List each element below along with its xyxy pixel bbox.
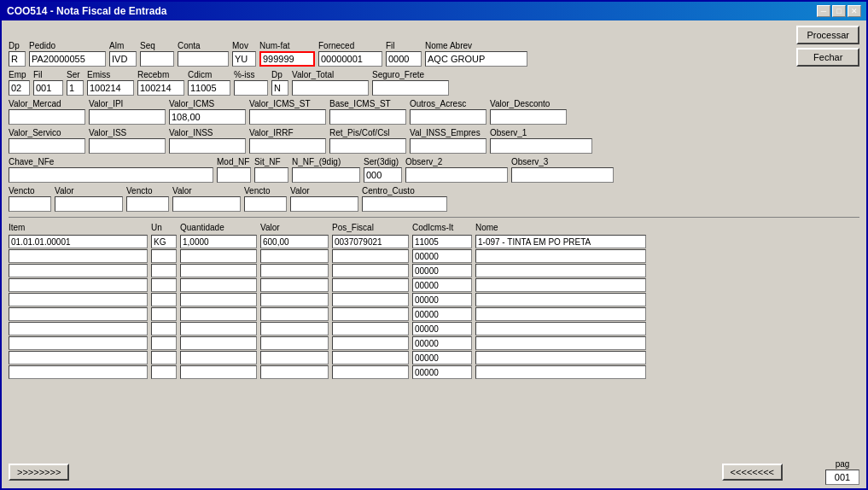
quantidade-cell[interactable]: [180, 351, 257, 365]
fil2-input[interactable]: [33, 80, 63, 96]
valor-cell[interactable]: [260, 322, 329, 335]
n-nf-input[interactable]: [292, 167, 360, 183]
emp-input[interactable]: [9, 80, 30, 96]
ser-input[interactable]: [67, 80, 84, 96]
valor-desconto-input[interactable]: [490, 109, 567, 125]
maximize-button[interactable]: □: [832, 5, 846, 17]
codicms-cell[interactable]: [412, 322, 472, 335]
valor-cell[interactable]: [260, 249, 329, 263]
recebm-input[interactable]: [137, 80, 184, 96]
nome-cell[interactable]: [475, 249, 646, 263]
item-cell[interactable]: [9, 293, 148, 306]
alm-input[interactable]: [109, 51, 137, 67]
codicms-cell[interactable]: [412, 351, 472, 365]
codicms-cell[interactable]: [412, 307, 472, 321]
observ1-input[interactable]: [490, 138, 592, 154]
valor-cell[interactable]: [260, 365, 329, 379]
valor-icms-st-input[interactable]: [249, 109, 326, 125]
nome-cell[interactable]: [475, 278, 646, 292]
item-cell[interactable]: [9, 307, 148, 321]
valor3-input[interactable]: [290, 196, 358, 212]
nav-next-button[interactable]: <<<<<<<<: [722, 464, 783, 481]
valor-mercad-input[interactable]: [9, 109, 85, 125]
item-cell[interactable]: [9, 264, 148, 277]
un-cell[interactable]: [151, 278, 177, 292]
un-cell[interactable]: [151, 264, 177, 277]
nome-cell[interactable]: [475, 264, 646, 277]
pos-fiscal-cell[interactable]: [332, 249, 409, 263]
pos-fiscal-cell[interactable]: [332, 264, 409, 277]
un-cell[interactable]: [151, 322, 177, 335]
nome-cell[interactable]: [475, 322, 646, 335]
un-cell[interactable]: [151, 293, 177, 306]
ret-pis-input[interactable]: [329, 138, 406, 154]
fil-top-input[interactable]: [386, 51, 422, 67]
valor-total-input[interactable]: [292, 80, 369, 96]
quantidade-cell[interactable]: [180, 293, 257, 306]
valor1-input[interactable]: [55, 196, 123, 212]
numfat-input[interactable]: [259, 51, 315, 67]
valor-cell[interactable]: [260, 293, 329, 306]
observ2-input[interactable]: [405, 167, 508, 183]
val-inss-empres-input[interactable]: [410, 138, 486, 154]
valor-servico-input[interactable]: [9, 138, 85, 154]
base-icms-st-input[interactable]: [329, 109, 406, 125]
processar-button[interactable]: Processar: [796, 26, 859, 44]
un-cell[interactable]: [151, 307, 177, 321]
dp-input[interactable]: [9, 51, 26, 67]
pos-fiscal-cell[interactable]: [332, 322, 409, 335]
valor-cell[interactable]: [260, 351, 329, 365]
pos-fiscal-cell[interactable]: [332, 293, 409, 306]
nome-abrev-input[interactable]: [425, 51, 527, 67]
codicms-cell[interactable]: [412, 365, 472, 379]
nome-cell[interactable]: [475, 351, 646, 365]
sit-nf-input[interactable]: [254, 167, 288, 183]
pos-fiscal-cell[interactable]: [332, 307, 409, 321]
valor-cell[interactable]: [260, 278, 329, 292]
outros-acresc-input[interactable]: [410, 109, 486, 125]
quantidade-cell[interactable]: [180, 322, 257, 335]
un-cell[interactable]: [151, 235, 177, 248]
pos-fiscal-cell[interactable]: [332, 351, 409, 365]
fechar-button[interactable]: Fechar: [796, 48, 859, 67]
valor-icms-input[interactable]: [169, 109, 246, 125]
vencto2-input[interactable]: [126, 196, 169, 212]
item-cell[interactable]: [9, 365, 148, 379]
quantidade-cell[interactable]: [180, 365, 257, 379]
pct-iss-input[interactable]: [234, 80, 268, 96]
nome-cell[interactable]: [475, 293, 646, 306]
pos-fiscal-cell[interactable]: [332, 278, 409, 292]
nome-cell[interactable]: [475, 307, 646, 321]
pos-fiscal-cell[interactable]: [332, 336, 409, 350]
pos-fiscal-cell[interactable]: [332, 235, 409, 248]
seq-input[interactable]: [140, 51, 174, 67]
conta-input[interactable]: [178, 51, 229, 67]
un-cell[interactable]: [151, 336, 177, 350]
seguro-frete-input[interactable]: [372, 80, 449, 96]
quantidade-cell[interactable]: [180, 264, 257, 277]
item-cell[interactable]: [9, 249, 148, 263]
item-cell[interactable]: [9, 322, 148, 335]
centro-custo-input[interactable]: [362, 196, 447, 212]
dp2-input[interactable]: [271, 80, 288, 96]
nav-prev-button[interactable]: >>>>>>>>: [9, 464, 69, 481]
pos-fiscal-cell[interactable]: [332, 365, 409, 379]
item-cell[interactable]: [9, 278, 148, 292]
quantidade-cell[interactable]: [180, 249, 257, 263]
un-cell[interactable]: [151, 249, 177, 263]
valor-iss-input[interactable]: [89, 138, 166, 154]
valor2-input[interactable]: [172, 196, 241, 212]
codicms-cell[interactable]: [412, 336, 472, 350]
valor-ipi-input[interactable]: [89, 109, 166, 125]
un-cell[interactable]: [151, 351, 177, 365]
valor-cell[interactable]: [260, 307, 329, 321]
item-cell[interactable]: [9, 336, 148, 350]
codicms-cell[interactable]: [412, 249, 472, 263]
codicms-cell[interactable]: [412, 235, 472, 248]
observ3-input[interactable]: [511, 167, 614, 183]
nome-cell[interactable]: [475, 235, 646, 248]
vencto1-input[interactable]: [9, 196, 51, 212]
minimize-button[interactable]: ─: [817, 5, 830, 17]
pedido-input[interactable]: [29, 51, 106, 67]
ser3dig-input[interactable]: [364, 167, 402, 183]
